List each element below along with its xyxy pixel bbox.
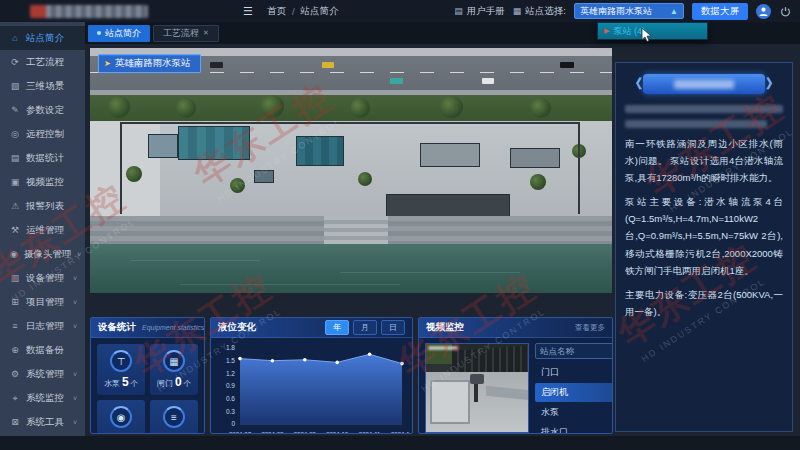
camera-list-item-排水口[interactable]: 排水口 [535,423,613,434]
tree-expand-icon: ▶ [604,27,609,35]
sidebar-item-视频监控[interactable]: ▣ 视频监控 [0,170,85,194]
equipment-label: 闸门 [157,378,173,389]
pump-icon: ⊤ [117,356,126,367]
redacted-text-line [625,105,783,113]
chart-data-point[interactable] [335,361,339,365]
svg-text:0.3: 0.3 [226,408,235,415]
user-manual-label: 用户手册 [467,5,505,18]
alarm-list-icon: ⚠ [10,201,20,211]
chart-data-point[interactable] [271,359,275,363]
info-paragraph: 南一环铁路涵洞及周边小区排水(雨水)问题。 泵站设计选用4台潜水轴流泵,具有17… [625,135,783,186]
sidebar-item-设备管理[interactable]: ▥ 设备管理 ˅ [0,266,85,290]
chart-data-point[interactable] [238,357,242,361]
chevron-up-icon: ▲ [670,7,678,16]
equipment-count: 0 [175,375,182,389]
pointer-arrow-icon: ➤ [104,59,111,68]
sidebar-item-label: 摄像头管理 [24,248,72,261]
chart-data-point[interactable] [368,353,372,357]
svg-text:0.9: 0.9 [226,382,235,389]
sidebar-item-系统工具[interactable]: ⊠ 系统工具 ˅ [0,410,85,434]
svg-text:2024-09: 2024-09 [294,431,317,434]
chevron-down-icon: ˅ [73,419,77,426]
equipment-unit: 个 [184,379,192,389]
camera-list-item-启闭机[interactable]: 启闭机 [535,383,613,402]
sidebar-item-系统管理[interactable]: ⚙ 系统管理 ˅ [0,362,85,386]
sidebar-item-数据备份[interactable]: ⊕ 数据备份 [0,338,85,362]
sidebar-item-label: 设备管理 [26,272,67,285]
svg-text:0: 0 [231,420,235,427]
gauge-icon: ◉ [117,412,126,423]
camera-list-item-门口[interactable]: 门口 [535,363,613,382]
data-bigscreen-button[interactable]: 数据大屏 [692,3,748,20]
sidebar-item-数据统计[interactable]: ▤ 数据统计 [0,146,85,170]
sidebar-item-站点简介[interactable]: ⌂ 站点简介 [0,26,85,50]
close-tab-icon[interactable]: ✕ [203,29,209,37]
sidebar-item-项目管理[interactable]: ⊞ 项目管理 ˅ [0,290,85,314]
dropdown-item-label: 泵站 (4) [613,25,645,38]
sidebar-item-label: 数据备份 [26,344,71,357]
site-select-group: ▦ 站点选择: [513,5,566,18]
3d-scene-icon: ▧ [10,81,20,91]
svg-text:0.6: 0.6 [226,395,235,402]
chart-data-point[interactable] [303,358,307,362]
sidebar-nav: ⌂ 站点简介 ⟳ 工艺流程 ▧ 三维场景 ✎ 参数设定 ◎ 远程控制 ▤ [0,22,85,436]
site-select-dropdown[interactable]: 英雄南路雨水泵站 ▲ [574,3,684,19]
video-monitor-icon: ▣ [10,177,20,187]
sidebar-item-报警列表[interactable]: ⚠ 报警列表 [0,194,85,218]
sidebar-item-三维场景[interactable]: ▧ 三维场景 [0,74,85,98]
sidebar-item-运维管理[interactable]: ⚒ 运维管理 [0,218,85,242]
sidebar-item-label: 系统工具 [26,416,67,429]
tab-站点简介[interactable]: 站点简介 [88,25,150,42]
equipment-tile-仪表[interactable]: ◉ 仪表 2 个 [97,400,145,434]
camera-list-item-水泵[interactable]: 水泵 [535,403,613,422]
equipment-stats-title: 设备统计 [98,321,136,334]
svg-text:2024-07: 2024-07 [229,431,252,434]
view-more-link[interactable]: 查看更多 [575,323,605,333]
gate-icon: ▦ [169,356,178,367]
user-avatar[interactable] [756,4,771,19]
active-tab-dot [97,31,101,35]
sidebar-item-label: 参数设定 [26,104,71,117]
chart-period-button-年[interactable]: 年 [325,320,349,335]
system-manage-icon: ⚙ [10,369,20,379]
equipment-label: 水泵 [104,378,120,389]
equipment-tile-水泵[interactable]: ⊤ 水泵 5 个 [97,344,145,395]
sidebar-item-摄像头管理[interactable]: ◉ 摄像头管理 ˅ [0,242,85,266]
sidebar-item-label: 工艺流程 [26,56,71,69]
camera-manage-icon: ◉ [10,249,18,259]
sidebar-item-label: 系统监控 [26,392,67,405]
chart-period-button-月[interactable]: 月 [353,320,377,335]
sidebar-item-label: 远程控制 [26,128,71,141]
menu-toggle-icon[interactable]: ☰ [243,5,253,18]
tab-label: 工艺流程 [163,27,199,40]
station-name-chip[interactable]: ➤ 英雄南路雨水泵站 [98,54,201,73]
svg-text:2024-10: 2024-10 [326,431,349,434]
sidebar-item-系统监控[interactable]: ⌖ 系统监控 ˅ [0,386,85,410]
chart-period-button-日[interactable]: 日 [381,320,405,335]
user-manual-link[interactable]: ▤ 用户手册 [454,5,505,18]
camera-osd-text [428,346,458,350]
level-chart-panel: 液位变化 年月日 00.30.60.91.21.51.82024-072024-… [210,317,413,434]
tab-工艺流程[interactable]: 工艺流程✕ [153,25,219,42]
breadcrumb-home[interactable]: 首页 [267,5,286,18]
sidebar-item-label: 视频监控 [26,176,71,189]
sidebar-item-日志管理[interactable]: ≡ 日志管理 ˅ [0,314,85,338]
redacted-text-line [625,120,767,128]
equipment-count: 5 [122,375,129,389]
sidebar-item-工艺流程[interactable]: ⟳ 工艺流程 [0,50,85,74]
top-header: ☰ 首页 / 站点简介 ▤ 用户手册 ▦ 站点选择: 英雄南路雨水泵站 ▲ 数据… [0,0,800,22]
equipment-count: 2 [122,431,129,434]
sidebar-item-label: 系统管理 [26,368,67,381]
camera-search-input[interactable] [540,346,613,356]
sidebar-item-远程控制[interactable]: ◎ 远程控制 [0,122,85,146]
camera-name: 门口 [541,366,559,379]
camera-feed-image[interactable] [425,343,529,433]
sidebar-item-参数设定[interactable]: ✎ 参数设定 [0,98,85,122]
equipment-tile-其他[interactable]: ≡ 其他 3 个 [150,400,198,434]
data-statistics-icon: ▤ [10,153,20,163]
equipment-tile-闸门[interactable]: ▦ 闸门 0 个 [150,344,198,395]
chart-data-point[interactable] [400,362,404,366]
chevron-down-icon: ˅ [73,395,77,402]
power-logout-icon[interactable] [779,5,792,18]
dropdown-item-pump-stations[interactable]: ▶ 泵站 (4) [598,23,707,39]
